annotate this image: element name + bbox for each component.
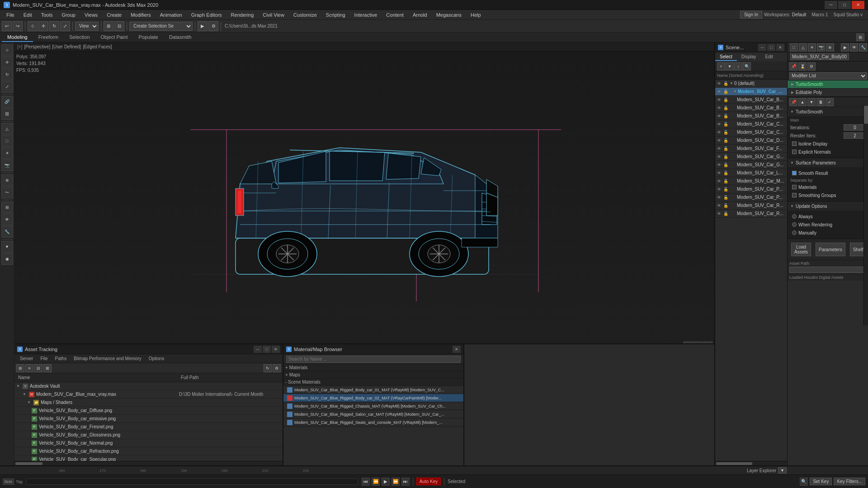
lock-icon[interactable]: 🔓 bbox=[723, 146, 729, 151]
search-timeline-btn[interactable]: 🔍 bbox=[800, 478, 808, 486]
table-row[interactable]: P Vehicle_SUV_Body_car_Refraction.png bbox=[14, 447, 283, 455]
table-row[interactable]: P Vehicle_SUV_Body_car_Glossiness.png bbox=[14, 431, 283, 439]
mat-item-4[interactable]: Modern_SUV_Car_Blue_Rigged_Salon_car_MAT… bbox=[283, 410, 463, 418]
mod-pin-btn[interactable]: 📌 bbox=[789, 98, 797, 106]
menu-views[interactable]: Views bbox=[80, 11, 102, 19]
menu-animation[interactable]: Animation bbox=[156, 11, 187, 19]
isolate-btn[interactable]: ◉ bbox=[1, 253, 13, 265]
smooth-result-checkbox[interactable] bbox=[792, 171, 797, 175]
scene-explorer-body[interactable]: 👁 🔓 ▼ 0 (default) 👁 🔓 ▼ Modern_SUV_Car_B… bbox=[715, 80, 787, 461]
at-menu-file[interactable]: File bbox=[37, 355, 51, 362]
scene-row[interactable]: 👁 🔓 Modern_SUV_Car_P... bbox=[715, 185, 787, 193]
scene-scrollbar-h[interactable] bbox=[715, 461, 787, 465]
table-row[interactable]: P Vehicle_SUV_Body_car_Diffuse.png bbox=[14, 407, 283, 415]
at-menu-bitmap[interactable]: Bitmap Performance and Memory bbox=[70, 355, 145, 362]
object-name-input[interactable] bbox=[790, 53, 849, 60]
viewport-filter-btn[interactable]: ▼ bbox=[1, 241, 13, 253]
se-search-btn[interactable]: 🔍 bbox=[743, 62, 751, 70]
mat-search-input[interactable] bbox=[286, 356, 461, 363]
isoline-checkbox[interactable] bbox=[792, 141, 797, 146]
systems-btn[interactable]: ⊞ bbox=[1, 202, 13, 213]
scene-close-btn[interactable]: ✕ bbox=[776, 44, 784, 51]
lock-icon[interactable]: 🔓 bbox=[723, 114, 729, 118]
visibility-icon[interactable]: 👁 bbox=[717, 171, 722, 175]
se-sort-btn[interactable]: ↕ bbox=[734, 62, 742, 70]
tab-selection[interactable]: Selection bbox=[64, 33, 95, 42]
visibility-icon[interactable]: 👁 bbox=[717, 146, 722, 151]
smooth-result-row[interactable]: Smooth Result bbox=[790, 169, 866, 177]
visibility-icon[interactable]: 👁 bbox=[717, 203, 722, 208]
scene-row[interactable]: 👁 🔓 Modern_SUV_Car_B... bbox=[715, 96, 787, 104]
se-tab-edit[interactable]: Edit bbox=[761, 53, 778, 61]
panel-maximize-btn[interactable]: □ bbox=[263, 346, 271, 353]
visibility-icon[interactable]: 👁 bbox=[717, 195, 722, 200]
modifier-editable-poly[interactable]: ▶ Editable Poly bbox=[788, 89, 868, 97]
scene-row[interactable]: 👁 🔓 Modern_SUV_Car_P... bbox=[715, 193, 787, 202]
mat-scene-materials-section[interactable]: - Scene Materials bbox=[283, 379, 463, 386]
visibility-icon[interactable]: 👁 bbox=[717, 211, 722, 216]
se-filter-btn[interactable]: ▼ bbox=[726, 62, 734, 70]
asset-table-body[interactable]: ▼ V Autodesk Vault ▼ M Modern_SUV_Car_Bl… bbox=[14, 382, 283, 461]
configure-btn[interactable]: ⚙ bbox=[807, 62, 816, 70]
create-camera-btn[interactable]: 📷 bbox=[817, 43, 825, 52]
move-tool-btn[interactable]: ✛ bbox=[1, 56, 13, 68]
visibility-icon[interactable]: 👁 bbox=[717, 98, 722, 102]
visibility-icon[interactable]: 👁 bbox=[717, 155, 722, 159]
when-rendering-row[interactable]: When Rendering bbox=[790, 221, 866, 229]
scene-row[interactable]: 👁 🔓 Modern_SUV_Car_R... bbox=[715, 202, 787, 210]
motion-tab-btn[interactable]: ▶ bbox=[841, 43, 849, 52]
mirror-button[interactable]: ⊞ bbox=[104, 21, 113, 31]
manually-row[interactable]: Manually bbox=[790, 229, 866, 237]
lock-icon[interactable]: 🔓 bbox=[723, 138, 729, 143]
render-button[interactable]: ▶ bbox=[198, 21, 208, 31]
scene-row[interactable]: 👁 🔓 Modern_SUV_Car_L... bbox=[715, 169, 787, 177]
scene-min-btn[interactable]: ─ bbox=[758, 44, 766, 51]
smoothing-groups-row[interactable]: Smoothing Groups bbox=[790, 191, 866, 199]
lock-icon[interactable]: 🔓 bbox=[723, 122, 729, 127]
menu-graph-editors[interactable]: Graph Editors bbox=[187, 11, 226, 19]
menu-rendering[interactable]: Rendering bbox=[226, 11, 259, 19]
mat-item-2[interactable]: Modern_SUV_Car_Blue_Rigged_Body_car_02_M… bbox=[283, 394, 463, 402]
create-light-btn[interactable]: ☀ bbox=[808, 43, 816, 52]
selection-set-dropdown[interactable]: Create Selection Se bbox=[129, 22, 193, 31]
next-frame-btn[interactable]: ⏩ bbox=[392, 478, 400, 486]
mod-move-up-btn[interactable]: ▲ bbox=[798, 98, 807, 106]
menu-civil-view[interactable]: Civil View bbox=[258, 11, 288, 19]
car-viewport-canvas[interactable]: Polys: 356.097 Verts: 191.843 FPS: 0,935 bbox=[14, 52, 714, 343]
group-expand[interactable]: ▼ bbox=[730, 81, 734, 85]
iterations-input[interactable]: 0 bbox=[844, 124, 866, 131]
always-row[interactable]: Always bbox=[790, 212, 866, 221]
table-row[interactable]: ▼ V Autodesk Vault bbox=[14, 382, 283, 390]
display-btn[interactable]: 👁 bbox=[1, 214, 13, 225]
visibility-icon[interactable]: 👁 bbox=[717, 130, 722, 135]
menu-modifiers[interactable]: Modifiers bbox=[126, 11, 156, 19]
scene-row[interactable]: 👁 🔓 Modern_SUV_Car_F... bbox=[715, 145, 787, 153]
scene-hscrollbar-thumb[interactable] bbox=[716, 462, 752, 465]
scene-row[interactable]: 👁 🔓 ▼ Modern_SUV_Car_Blue bbox=[715, 88, 787, 96]
at-tool-1[interactable]: ⊞ bbox=[16, 364, 24, 372]
link-btn[interactable]: 🔗 bbox=[1, 96, 13, 108]
scene-row[interactable]: 👁 🔓 Modern_SUV_Car_C... bbox=[715, 128, 787, 136]
scene-row[interactable]: 👁 🔓 Modern_SUV_Car_D... bbox=[715, 136, 787, 145]
mat-item-5[interactable]: Modern_SUV_Car_Blue_Rigged_Seats_and_con… bbox=[283, 418, 463, 427]
lock-icon[interactable]: 🔓 bbox=[723, 163, 729, 167]
expand-icon[interactable]: ▼ bbox=[23, 392, 27, 396]
reference-coord-dropdown[interactable]: View bbox=[75, 22, 99, 31]
zoom-out-btn[interactable]: − bbox=[693, 342, 703, 343]
menu-edit[interactable]: Edit bbox=[19, 11, 37, 19]
lock-icon[interactable]: 🔓 bbox=[723, 171, 729, 175]
scene-row[interactable]: 👁 🔓 Modern_SUV_Car_R... bbox=[715, 210, 787, 218]
helpers-btn[interactable]: ⊕ bbox=[1, 174, 13, 186]
scene-row[interactable]: 👁 🔓 Modern_SUV_Car_B... bbox=[715, 104, 787, 112]
visibility-icon[interactable]: 👁 bbox=[717, 187, 722, 192]
table-row[interactable]: P Vehicle_SUV_Body_car_emissive.png bbox=[14, 415, 283, 423]
mod-delete-btn[interactable]: 🗑 bbox=[816, 98, 825, 106]
menu-customize[interactable]: Customize bbox=[289, 11, 321, 19]
scale-button[interactable]: ⤢ bbox=[60, 21, 70, 31]
move-button[interactable]: ✛ bbox=[38, 21, 48, 31]
unlink-btn[interactable]: ⛓ bbox=[1, 108, 13, 120]
lock-icon[interactable]: 🔓 bbox=[723, 81, 729, 86]
create-helper-btn[interactable]: ⊕ bbox=[826, 43, 834, 52]
at-tool-4[interactable]: ⊠ bbox=[43, 364, 52, 372]
close-button[interactable]: ✕ bbox=[852, 1, 864, 9]
